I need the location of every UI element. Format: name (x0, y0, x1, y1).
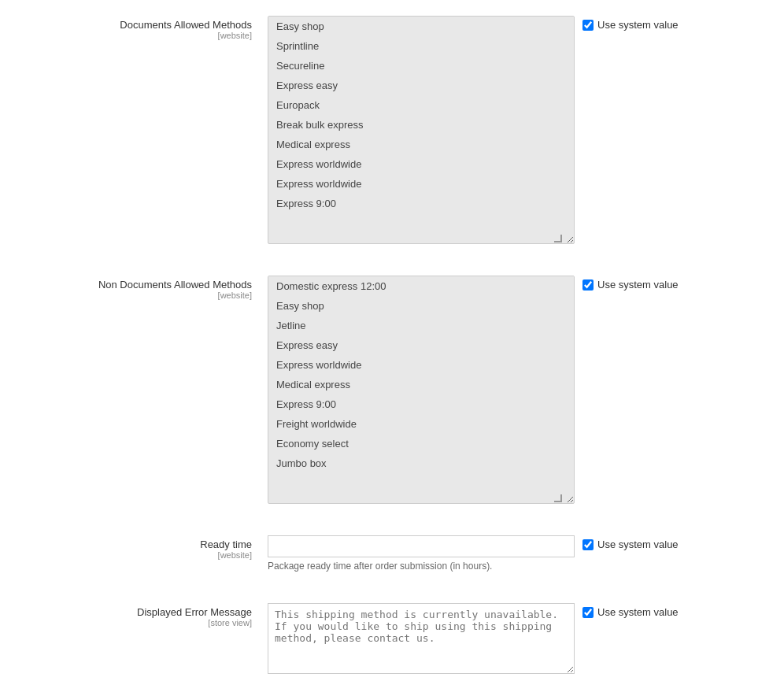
documents-resize-handle[interactable] (554, 235, 562, 242)
page-container: Documents Allowed Methods [website] Easy… (0, 0, 784, 681)
documents-use-system-checkbox[interactable] (582, 20, 594, 31)
non-documents-input-col: Domestic express 12:00Easy shopJetlineEx… (268, 276, 768, 504)
error-message-label-col: Displayed Error Message [store view] (16, 603, 268, 627)
documents-use-system: Use system value (582, 16, 679, 31)
non-documents-resize-handle[interactable] (554, 494, 562, 502)
ready-time-hint: Package ready time after order submissio… (268, 561, 575, 572)
non-documents-sublabel: [website] (16, 291, 252, 300)
ready-time-label-col: Ready time [website] (16, 535, 268, 560)
documents-input-col: Easy shopSprintlineSecurelineExpress eas… (268, 16, 768, 244)
documents-allowed-row: Documents Allowed Methods [website] Easy… (16, 8, 768, 252)
documents-sublabel: [website] (16, 31, 252, 40)
error-message-textarea[interactable] (268, 603, 575, 674)
ready-time-use-system-checkbox[interactable] (582, 539, 594, 550)
documents-label: Documents Allowed Methods (16, 19, 252, 31)
documents-listbox-container: Easy shopSprintlineSecurelineExpress eas… (268, 16, 575, 244)
error-message-use-system-label: Use system value (597, 606, 679, 618)
non-documents-use-system-label: Use system value (597, 279, 679, 291)
error-message-input-col: Use system value (268, 603, 768, 674)
error-message-sublabel: [store view] (16, 618, 252, 627)
error-message-label: Displayed Error Message (16, 606, 252, 618)
documents-use-system-label: Use system value (597, 19, 679, 31)
non-documents-listbox-container: Domestic express 12:00Easy shopJetlineEx… (268, 276, 575, 504)
non-documents-use-system-checkbox[interactable] (582, 279, 594, 291)
ready-time-label: Ready time (16, 539, 252, 550)
error-message-use-system: Use system value (582, 603, 679, 618)
error-message-row: Displayed Error Message [store view] Use… (16, 595, 768, 681)
non-documents-listbox[interactable]: Domestic express 12:00Easy shopJetlineEx… (268, 276, 575, 504)
documents-label-col: Documents Allowed Methods [website] (16, 16, 268, 40)
non-documents-label: Non Documents Allowed Methods (16, 279, 252, 291)
ready-time-use-system: Use system value (582, 535, 679, 550)
ready-time-use-system-label: Use system value (597, 539, 679, 550)
documents-listbox[interactable]: Easy shopSprintlineSecurelineExpress eas… (268, 16, 575, 244)
non-documents-use-system: Use system value (582, 276, 679, 291)
ready-time-row: Ready time [website] Package ready time … (16, 527, 768, 579)
ready-time-sublabel: [website] (16, 550, 252, 560)
ready-time-input[interactable] (268, 535, 575, 557)
non-documents-label-col: Non Documents Allowed Methods [website] (16, 276, 268, 300)
ready-time-input-col: Package ready time after order submissio… (268, 535, 768, 572)
error-message-use-system-checkbox[interactable] (582, 607, 594, 618)
ready-time-input-wrapper: Package ready time after order submissio… (268, 535, 575, 572)
non-documents-allowed-row: Non Documents Allowed Methods [website] … (16, 268, 768, 512)
